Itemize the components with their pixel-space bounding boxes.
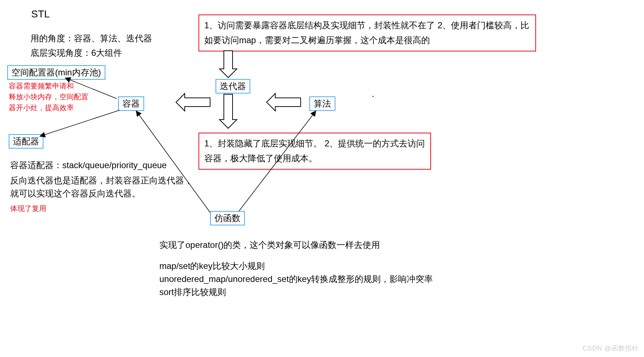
adapter-desc-1: 容器适配器：stack/queue/priority_queue [10,159,167,172]
watermark: CSDN @函数指针 [582,344,639,353]
diagram-stage: STL 用的角度：容器、算法、迭代器 底层实现角度：6大组件 空间配置器(min… [0,0,644,357]
adapter-desc-2: 反向迭代器也是适配器，封装容器正向迭代器， 就可以实现这个容器反向迭代器。 [10,174,193,200]
arrow-container-adapter [40,110,120,136]
node-functor: 仿函数 [210,211,245,225]
node-iterator: 迭代器 [216,79,250,94]
arrow-top-iterator [219,51,237,78]
allocator-note: 容器需要频繁申请和 释放小块内存，空间配置 器开小灶，提高效率 [9,80,88,113]
adapter-note: 体现了复用 [10,203,46,214]
node-container: 容器 [118,96,144,111]
callout-mid-benefits: 1、封装隐藏了底层实现细节。 2、提供统一的方式去访问容器，极大降低了使用成本。 [198,133,431,170]
functor-desc: 实现了operator()的类，这个类对象可以像函数一样去使用 [159,238,380,252]
node-allocator: 空间配置器(min内存池) [7,65,105,80]
intro-line-1: 用的角度：容器、算法、迭代器 [30,32,152,45]
arrow-iterator-container [176,94,210,111]
arrow-algorithm-iterator [267,94,301,111]
functor-list: map/set的key比较大小规则 unoredered_map/unorede… [159,260,433,299]
intro-line-2: 底层实现角度：6大组件 [30,46,122,59]
callout-top-problems: 1、访问需要暴露容器底层结构及实现细节，封装性就不在了 2、使用者门槛较高，比如… [198,14,536,51]
arrow-iterator-mid [219,94,237,128]
node-algorithm: 算法 [309,96,335,111]
node-adapter: 适配器 [9,134,43,149]
stray-dot [373,96,374,97]
title: STL [31,7,50,22]
